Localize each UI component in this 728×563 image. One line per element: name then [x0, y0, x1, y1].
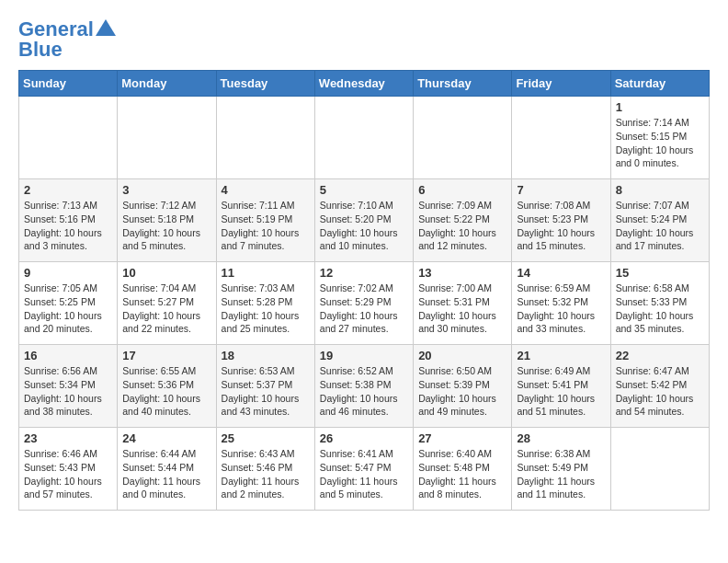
header-thursday: Thursday	[414, 71, 512, 97]
day-info: Sunrise: 7:08 AM Sunset: 5:23 PM Dayligh…	[517, 199, 605, 253]
day-number: 6	[418, 183, 506, 197]
day-number: 5	[320, 183, 408, 197]
calendar-cell: 28Sunrise: 6:38 AM Sunset: 5:49 PM Dayli…	[512, 428, 610, 511]
day-info: Sunrise: 6:43 AM Sunset: 5:46 PM Dayligh…	[222, 447, 310, 501]
calendar-cell: 17Sunrise: 6:55 AM Sunset: 5:36 PM Dayli…	[118, 345, 216, 428]
day-number: 13	[418, 266, 506, 280]
calendar-cell: 25Sunrise: 6:43 AM Sunset: 5:46 PM Dayli…	[216, 428, 314, 511]
day-info: Sunrise: 6:40 AM Sunset: 5:48 PM Dayligh…	[418, 447, 506, 501]
day-info: Sunrise: 6:46 AM Sunset: 5:43 PM Dayligh…	[24, 447, 112, 501]
page-header: General Blue	[18, 18, 710, 61]
day-number: 18	[222, 349, 310, 362]
calendar-cell: 7Sunrise: 7:08 AM Sunset: 5:23 PM Daylig…	[512, 179, 610, 262]
day-number: 16	[24, 349, 112, 362]
calendar-cell: 2Sunrise: 7:13 AM Sunset: 5:16 PM Daylig…	[19, 179, 118, 262]
day-info: Sunrise: 6:50 AM Sunset: 5:39 PM Dayligh…	[418, 364, 506, 419]
day-number: 2	[24, 183, 112, 197]
calendar-cell: 10Sunrise: 7:04 AM Sunset: 5:27 PM Dayli…	[118, 262, 216, 345]
day-number: 28	[517, 431, 605, 445]
day-info: Sunrise: 6:47 AM Sunset: 5:42 PM Dayligh…	[616, 364, 704, 419]
day-number: 21	[517, 349, 605, 362]
calendar-cell	[414, 97, 512, 179]
day-info: Sunrise: 7:07 AM Sunset: 5:24 PM Dayligh…	[616, 199, 704, 253]
header-tuesday: Tuesday	[216, 71, 314, 97]
day-number: 27	[418, 431, 506, 445]
calendar-cell	[314, 97, 413, 179]
logo: General Blue	[18, 18, 116, 61]
calendar-header-row: SundayMondayTuesdayWednesdayThursdayFrid…	[19, 71, 710, 97]
calendar-cell: 27Sunrise: 6:40 AM Sunset: 5:48 PM Dayli…	[414, 428, 512, 511]
calendar-week-row: 23Sunrise: 6:46 AM Sunset: 5:43 PM Dayli…	[19, 428, 710, 511]
calendar-cell	[118, 97, 216, 179]
day-number: 8	[616, 183, 704, 197]
calendar-cell: 12Sunrise: 7:02 AM Sunset: 5:29 PM Dayli…	[314, 262, 413, 345]
day-info: Sunrise: 6:44 AM Sunset: 5:44 PM Dayligh…	[122, 447, 210, 501]
day-info: Sunrise: 6:49 AM Sunset: 5:41 PM Dayligh…	[517, 364, 605, 419]
day-number: 26	[320, 431, 408, 445]
calendar-cell	[512, 97, 610, 179]
day-info: Sunrise: 7:09 AM Sunset: 5:22 PM Dayligh…	[418, 199, 506, 253]
day-info: Sunrise: 6:59 AM Sunset: 5:32 PM Dayligh…	[517, 282, 605, 336]
calendar-cell	[216, 97, 314, 179]
calendar-cell: 5Sunrise: 7:10 AM Sunset: 5:20 PM Daylig…	[314, 179, 413, 262]
day-number: 3	[122, 183, 210, 197]
day-number: 19	[320, 349, 408, 362]
calendar-cell: 24Sunrise: 6:44 AM Sunset: 5:44 PM Dayli…	[118, 428, 216, 511]
day-info: Sunrise: 7:04 AM Sunset: 5:27 PM Dayligh…	[122, 282, 210, 336]
day-number: 25	[222, 431, 310, 445]
calendar-cell: 4Sunrise: 7:11 AM Sunset: 5:19 PM Daylig…	[216, 179, 314, 262]
calendar-cell: 14Sunrise: 6:59 AM Sunset: 5:32 PM Dayli…	[512, 262, 610, 345]
day-number: 10	[122, 266, 210, 280]
calendar-cell: 23Sunrise: 6:46 AM Sunset: 5:43 PM Dayli…	[19, 428, 118, 511]
header-saturday: Saturday	[610, 71, 709, 97]
calendar-cell: 8Sunrise: 7:07 AM Sunset: 5:24 PM Daylig…	[610, 179, 709, 262]
calendar-cell: 26Sunrise: 6:41 AM Sunset: 5:47 PM Dayli…	[314, 428, 413, 511]
calendar-cell: 1Sunrise: 7:14 AM Sunset: 5:15 PM Daylig…	[610, 97, 709, 179]
day-number: 1	[616, 100, 704, 114]
calendar-cell: 13Sunrise: 7:00 AM Sunset: 5:31 PM Dayli…	[414, 262, 512, 345]
calendar-cell	[19, 97, 118, 179]
svg-marker-0	[96, 19, 116, 36]
header-wednesday: Wednesday	[314, 71, 413, 97]
calendar-cell: 15Sunrise: 6:58 AM Sunset: 5:33 PM Dayli…	[610, 262, 709, 345]
day-info: Sunrise: 7:03 AM Sunset: 5:28 PM Dayligh…	[222, 282, 310, 336]
calendar-cell: 20Sunrise: 6:50 AM Sunset: 5:39 PM Dayli…	[414, 345, 512, 428]
calendar-week-row: 9Sunrise: 7:05 AM Sunset: 5:25 PM Daylig…	[19, 262, 710, 345]
header-friday: Friday	[512, 71, 610, 97]
day-info: Sunrise: 7:12 AM Sunset: 5:18 PM Dayligh…	[122, 199, 210, 253]
calendar-week-row: 2Sunrise: 7:13 AM Sunset: 5:16 PM Daylig…	[19, 179, 710, 262]
calendar-cell: 9Sunrise: 7:05 AM Sunset: 5:25 PM Daylig…	[19, 262, 118, 345]
day-info: Sunrise: 7:02 AM Sunset: 5:29 PM Dayligh…	[320, 282, 408, 336]
day-number: 12	[320, 266, 408, 280]
day-info: Sunrise: 7:05 AM Sunset: 5:25 PM Dayligh…	[24, 282, 112, 336]
day-number: 24	[122, 431, 210, 445]
header-sunday: Sunday	[19, 71, 118, 97]
calendar-cell: 16Sunrise: 6:56 AM Sunset: 5:34 PM Dayli…	[19, 345, 118, 428]
day-info: Sunrise: 6:55 AM Sunset: 5:36 PM Dayligh…	[122, 364, 210, 419]
day-info: Sunrise: 6:58 AM Sunset: 5:33 PM Dayligh…	[616, 282, 704, 336]
day-info: Sunrise: 7:10 AM Sunset: 5:20 PM Dayligh…	[320, 199, 408, 253]
calendar-cell	[610, 428, 709, 511]
day-number: 17	[122, 349, 210, 362]
day-number: 7	[517, 183, 605, 197]
day-info: Sunrise: 7:14 AM Sunset: 5:15 PM Dayligh…	[616, 116, 704, 170]
calendar-cell: 3Sunrise: 7:12 AM Sunset: 5:18 PM Daylig…	[118, 179, 216, 262]
day-info: Sunrise: 7:13 AM Sunset: 5:16 PM Dayligh…	[24, 199, 112, 253]
day-number: 15	[616, 266, 704, 280]
day-info: Sunrise: 6:56 AM Sunset: 5:34 PM Dayligh…	[24, 364, 112, 419]
day-info: Sunrise: 6:41 AM Sunset: 5:47 PM Dayligh…	[320, 447, 408, 501]
calendar-cell: 18Sunrise: 6:53 AM Sunset: 5:37 PM Dayli…	[216, 345, 314, 428]
day-number: 20	[418, 349, 506, 362]
calendar-cell: 19Sunrise: 6:52 AM Sunset: 5:38 PM Dayli…	[314, 345, 413, 428]
logo-arrow-icon	[96, 19, 116, 36]
day-info: Sunrise: 7:00 AM Sunset: 5:31 PM Dayligh…	[418, 282, 506, 336]
calendar-cell: 21Sunrise: 6:49 AM Sunset: 5:41 PM Dayli…	[512, 345, 610, 428]
day-number: 22	[616, 349, 704, 362]
day-number: 4	[222, 183, 310, 197]
calendar-cell: 22Sunrise: 6:47 AM Sunset: 5:42 PM Dayli…	[610, 345, 709, 428]
day-info: Sunrise: 6:38 AM Sunset: 5:49 PM Dayligh…	[517, 447, 605, 501]
day-number: 9	[24, 266, 112, 280]
day-number: 11	[222, 266, 310, 280]
day-number: 14	[517, 266, 605, 280]
day-info: Sunrise: 6:52 AM Sunset: 5:38 PM Dayligh…	[320, 364, 408, 419]
